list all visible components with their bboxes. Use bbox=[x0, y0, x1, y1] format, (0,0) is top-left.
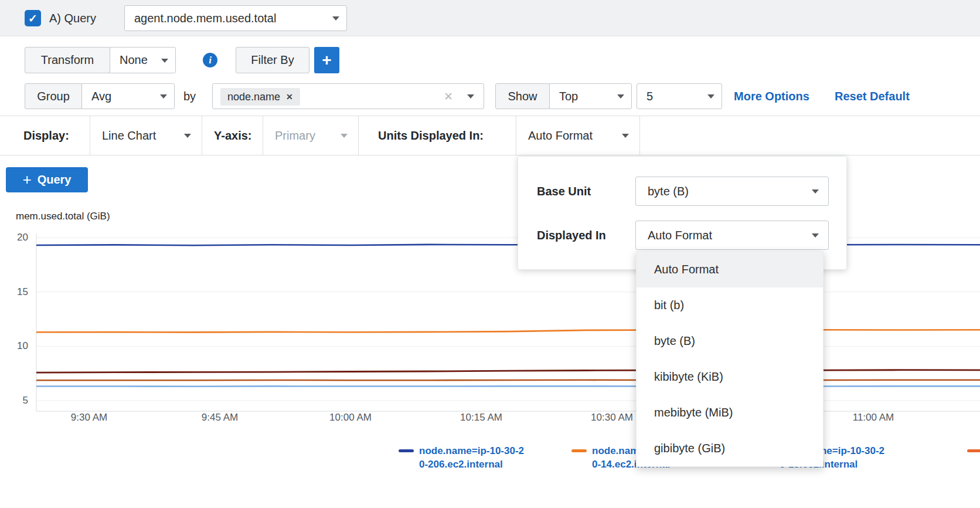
base-unit-select[interactable]: byte (B) bbox=[635, 177, 829, 206]
more-options-link[interactable]: More Options bbox=[734, 83, 809, 109]
group-by-chip[interactable]: node.name ✕ bbox=[220, 88, 300, 106]
x-tick-label: 10:00 AM bbox=[315, 411, 386, 425]
x-tick-label: 9:30 AM bbox=[54, 411, 124, 425]
transform-select[interactable]: None bbox=[110, 47, 176, 73]
group-label: Group bbox=[37, 90, 70, 103]
legend-item[interactable]: node.name=ip-10-30-20-206.ec2.internal bbox=[399, 444, 524, 471]
chevron-down-icon bbox=[812, 189, 819, 194]
units-menu-option[interactable]: kibibyte (KiB) bbox=[637, 359, 823, 395]
units-value: Auto Format bbox=[516, 129, 620, 143]
x-tick-label: 10:15 AM bbox=[446, 411, 516, 425]
metric-select[interactable]: agent.node.mem.used.total bbox=[124, 5, 347, 31]
chevron-down-icon bbox=[622, 134, 629, 138]
query-label: A) Query bbox=[49, 0, 96, 36]
units-menu-option[interactable]: bit (b) bbox=[637, 287, 823, 323]
y-tick-label: 10 bbox=[0, 340, 28, 353]
transform-label: Transform bbox=[41, 53, 94, 67]
displayed-in-select[interactable]: Auto Format bbox=[635, 221, 829, 250]
show-count-select[interactable]: 5 bbox=[637, 83, 722, 109]
displayed-in-label: Displayed In bbox=[537, 221, 606, 250]
info-glyph: i bbox=[209, 55, 212, 66]
yaxis-label: Y-axis: bbox=[214, 116, 251, 155]
filter-by-cell: Filter By bbox=[236, 47, 309, 73]
chevron-down-icon bbox=[707, 94, 714, 99]
metric-select-value: agent.node.mem.used.total bbox=[125, 12, 297, 25]
transform-label-cell: Transform bbox=[25, 47, 110, 73]
chevron-down-icon bbox=[812, 233, 819, 238]
chevron-down-icon[interactable] bbox=[467, 94, 474, 99]
y-tick-label: 5 bbox=[0, 394, 28, 407]
display-type-value: Line Chart bbox=[90, 129, 183, 143]
series-line-3 bbox=[36, 380, 980, 381]
show-label-cell: Show bbox=[495, 83, 550, 109]
units-menu-option[interactable]: gibibyte (GiB) bbox=[637, 431, 823, 466]
add-filter-button[interactable]: + bbox=[314, 47, 339, 73]
display-type-select[interactable]: Line Chart bbox=[90, 116, 202, 155]
chevron-down-icon bbox=[617, 94, 624, 99]
series-line-2 bbox=[36, 370, 980, 373]
units-menu-option[interactable]: Auto Format bbox=[637, 252, 823, 287]
plus-icon: + bbox=[322, 51, 331, 70]
show-count-value: 5 bbox=[637, 90, 674, 103]
chevron-down-icon bbox=[332, 16, 339, 21]
chevron-down-icon bbox=[161, 59, 168, 63]
group-label-cell: Group bbox=[25, 83, 82, 109]
legend-dash-icon bbox=[967, 449, 980, 452]
units-menu-option[interactable]: mebibyte (MiB) bbox=[637, 395, 823, 431]
base-unit-value: byte (B) bbox=[636, 185, 716, 198]
chip-label: node.name bbox=[227, 91, 280, 103]
chart-legend: node.name=ip-10-30-20-206.ec2.internalno… bbox=[0, 444, 980, 482]
aggregation-select[interactable]: Avg bbox=[81, 83, 175, 109]
group-by-field[interactable]: node.name ✕ ✕ bbox=[212, 83, 484, 109]
legend-item[interactable] bbox=[967, 444, 980, 452]
add-query-button[interactable]: + Query bbox=[6, 167, 88, 192]
info-icon[interactable]: i bbox=[203, 53, 217, 67]
reset-default-link[interactable]: Reset Default bbox=[835, 83, 910, 109]
units-menu-option[interactable]: byte (B) bbox=[637, 323, 823, 359]
query-row: ✓ A) Query agent.node.mem.used.total bbox=[0, 0, 980, 36]
y-tick-label: 15 bbox=[0, 286, 28, 299]
x-tick-label: 9:45 AM bbox=[185, 411, 255, 425]
show-mode-select[interactable]: Top bbox=[549, 83, 632, 109]
chip-remove-icon[interactable]: ✕ bbox=[286, 92, 293, 101]
transform-select-value: None bbox=[110, 53, 169, 67]
chevron-down-icon bbox=[341, 134, 348, 138]
units-select[interactable]: Auto Format bbox=[516, 116, 640, 155]
units-dropdown-menu: Auto Formatbit (b)byte (B)kibibyte (KiB)… bbox=[636, 251, 824, 467]
units-label: Units Displayed In: bbox=[378, 116, 484, 155]
chevron-down-icon bbox=[160, 94, 167, 99]
chevron-down-icon bbox=[184, 134, 191, 138]
show-mode-value: Top bbox=[550, 90, 599, 103]
aggregation-value: Avg bbox=[82, 90, 132, 103]
yaxis-value: Primary bbox=[263, 129, 342, 143]
x-tick-label: 11:00 AM bbox=[838, 411, 908, 425]
series-line-1 bbox=[36, 330, 980, 332]
y-tick-label: 20 bbox=[0, 231, 28, 244]
legend-label: node.name=ip-10-30-20-206.ec2.internal bbox=[419, 444, 524, 471]
display-label: Display: bbox=[23, 116, 69, 155]
chart-axis-title: mem.used.total (GiB) bbox=[16, 211, 110, 222]
transform-row: Transform None i Filter By + bbox=[0, 36, 980, 82]
displayed-in-value: Auto Format bbox=[636, 229, 739, 242]
checkbox-check-icon: ✓ bbox=[28, 12, 38, 25]
plus-icon: + bbox=[23, 171, 32, 189]
filter-by-label: Filter By bbox=[251, 53, 294, 67]
yaxis-select[interactable]: Primary bbox=[263, 116, 359, 155]
add-query-label: Query bbox=[38, 173, 72, 187]
legend-dash-icon bbox=[399, 449, 414, 452]
legend-dash-icon bbox=[571, 449, 587, 452]
query-enabled-checkbox[interactable]: ✓ bbox=[25, 10, 41, 26]
by-label: by bbox=[183, 83, 196, 109]
show-label: Show bbox=[508, 90, 537, 103]
base-unit-label: Base Unit bbox=[537, 177, 591, 206]
group-row: Group Avg by node.name ✕ ✕ Show Top 5 Mo… bbox=[0, 82, 980, 116]
display-row: Display: Line Chart Y-axis: Primary Unit… bbox=[0, 116, 980, 155]
clear-groupby-icon[interactable]: ✕ bbox=[444, 90, 453, 103]
